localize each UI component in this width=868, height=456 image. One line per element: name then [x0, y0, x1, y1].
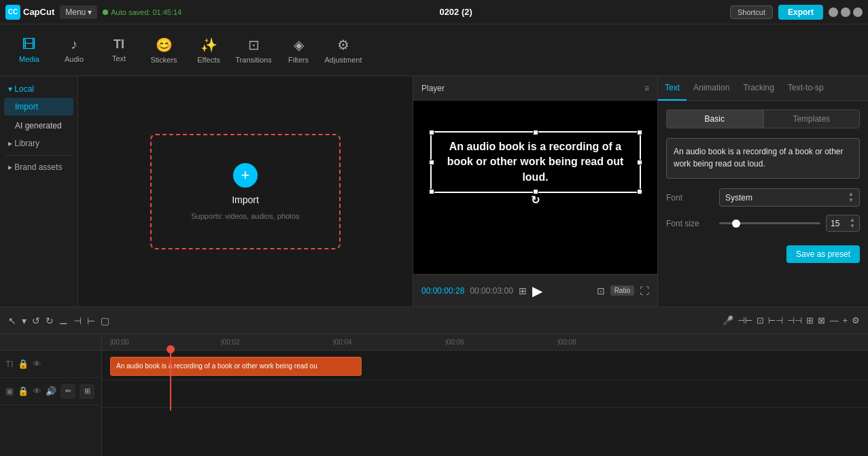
tool-text[interactable]: TI Text	[98, 29, 140, 72]
ratio-button[interactable]: Ratio	[610, 285, 634, 296]
tl-btn-6[interactable]: ⊠	[818, 315, 825, 326]
timeline-body: TI 🔒 👁 ▣ 🔒 👁 🔊 ✏ ⊞ |00:00 |00:02 |00:04 …	[0, 334, 868, 456]
select-tool[interactable]: ↖	[8, 315, 16, 326]
handle-tm[interactable]	[533, 130, 538, 135]
font-spinner-down[interactable]: ▼	[848, 198, 854, 203]
text-content-area[interactable]: An audio book is a recording of a book o…	[666, 138, 860, 179]
topbar: CC CapCut Menu ▾ Auto saved: 01:45:14 02…	[0, 0, 868, 24]
handle-ml[interactable]	[429, 160, 434, 165]
overlay-text: An audio book is a recording of a book o…	[447, 141, 624, 183]
handle-mr[interactable]	[637, 160, 642, 165]
text-lock-button[interactable]: 🔒	[18, 359, 29, 369]
settings-button[interactable]: ⚙	[852, 315, 860, 326]
tl-btn-1[interactable]: ⊣⊢	[737, 315, 752, 326]
video-lock-button[interactable]: 🔒	[18, 386, 29, 396]
play-button[interactable]: ▶	[532, 283, 542, 299]
split-right-tool[interactable]: ⊢	[87, 315, 95, 326]
maximize-button[interactable]	[841, 7, 850, 17]
tool-transitions[interactable]: ⊡ Transitions	[232, 29, 275, 72]
size-spinner-up[interactable]: ▲	[850, 217, 855, 223]
properties-tabs: Text Animation Tracking Text-to-sp	[658, 76, 868, 101]
text-track-controls: TI 🔒 👁	[0, 351, 101, 378]
font-value[interactable]: System ▲ ▼	[719, 188, 860, 207]
zoom-out-button[interactable]: —	[829, 315, 838, 326]
tool-text-label: Text	[112, 54, 126, 63]
player-header: Player ≡	[413, 76, 657, 101]
tab-animation[interactable]: Animation	[687, 76, 736, 101]
zoom-in-button[interactable]: +	[842, 315, 848, 326]
close-button[interactable]	[853, 7, 863, 17]
video-audio-button[interactable]: 🔊	[46, 386, 56, 396]
tab-tracking[interactable]: Tracking	[736, 76, 781, 101]
tool-media[interactable]: 🎞 Media	[8, 29, 50, 72]
minimize-button[interactable]	[829, 7, 838, 17]
size-spinner-down[interactable]: ▼	[850, 224, 855, 229]
tool-effects[interactable]: ✨ Effects	[188, 29, 230, 72]
tool-filters-label: Filters	[288, 56, 309, 64]
handle-bl[interactable]	[429, 189, 434, 194]
font-spinner-up[interactable]: ▲	[848, 192, 854, 197]
filters-icon: ◈	[294, 37, 304, 53]
tool-stickers[interactable]: 😊 Stickers	[143, 29, 185, 72]
sidebar-section-brand-assets[interactable]: ▸ Brand assets	[0, 160, 77, 175]
sidebar-item-import[interactable]: Import	[4, 98, 73, 116]
video-eye-button[interactable]: 👁	[33, 386, 41, 396]
delete-tool[interactable]: ▢	[101, 315, 109, 326]
redo-button[interactable]: ↻	[46, 315, 54, 326]
tab-templates[interactable]: Templates	[763, 109, 861, 128]
tool-audio[interactable]: ♪ Audio	[53, 29, 95, 72]
tab-text[interactable]: Text	[658, 76, 687, 101]
split-tool[interactable]: ⚊	[59, 315, 68, 326]
stickers-icon: 😊	[156, 37, 173, 53]
video-add-button[interactable]: ⊞	[80, 384, 94, 399]
project-id: 0202 (2)	[187, 7, 725, 17]
tl-btn-4[interactable]: ⊣⊣	[787, 315, 802, 326]
text-clip[interactable]: An audio book is a recording of a book o…	[110, 357, 362, 376]
import-plus-icon: +	[233, 163, 258, 188]
tl-btn-2[interactable]: ⊡	[757, 315, 764, 326]
rotate-handle[interactable]: ↻	[531, 193, 540, 208]
import-label: Import	[232, 194, 259, 205]
tl-btn-5[interactable]: ⊞	[806, 315, 814, 326]
font-size-input[interactable]: 15 ▲ ▼	[826, 215, 860, 232]
tab-tts[interactable]: Text-to-sp	[781, 76, 831, 101]
menu-button[interactable]: Menu ▾	[60, 5, 97, 19]
handle-tr[interactable]	[637, 130, 642, 135]
sidebar-section-local[interactable]: ▾ Local	[0, 82, 77, 97]
grid-view-button[interactable]: ⊞	[519, 285, 527, 296]
handle-br[interactable]	[637, 189, 642, 194]
sidebar: ▾ Local Import AI generated ▸ Library ▸ …	[0, 76, 78, 306]
export-button[interactable]: Export	[778, 5, 823, 20]
select-chevron[interactable]: ▾	[22, 315, 27, 326]
sidebar-item-ai-generated[interactable]: AI generated	[4, 117, 73, 135]
tab-basic[interactable]: Basic	[666, 109, 763, 128]
sidebar-section-library[interactable]: ▸ Library	[0, 136, 77, 151]
font-label: Font	[666, 193, 714, 203]
split-left-tool[interactable]: ⊣	[73, 315, 82, 326]
text-overlay[interactable]: An audio book is a recording of a book o…	[430, 131, 641, 193]
tl-btn-3[interactable]: ⊢⊣	[768, 315, 783, 326]
toolbar: 🎞 Media ♪ Audio TI Text 😊 Stickers ✨ Eff…	[0, 24, 868, 76]
import-box[interactable]: + Import Supports: videos, audios, photo…	[150, 134, 341, 249]
save-preset-button[interactable]: Save as preset	[786, 245, 860, 263]
crop-button[interactable]: ⊡	[597, 285, 605, 296]
playhead[interactable]	[170, 351, 171, 410]
fullscreen-button[interactable]: ⛶	[640, 285, 649, 296]
shortcut-button[interactable]: Shortcut	[730, 5, 773, 19]
tool-filters[interactable]: ◈ Filters	[277, 29, 319, 72]
handle-tl[interactable]	[429, 130, 434, 135]
timeline-left-panel: TI 🔒 👁 ▣ 🔒 👁 🔊 ✏ ⊞	[0, 334, 102, 456]
audio-icon: ♪	[71, 37, 77, 52]
player-menu-icon[interactable]: ≡	[644, 84, 649, 93]
tool-adjustment[interactable]: ⚙ Adjustment	[322, 29, 364, 72]
text-track-icon: TI	[5, 359, 14, 369]
font-spinners: ▲ ▼	[848, 192, 854, 203]
track-area: An audio book is a recording of a book o…	[102, 351, 868, 410]
effects-icon: ✨	[201, 37, 218, 53]
font-size-row: Font size 15 ▲ ▼	[666, 215, 860, 232]
undo-button[interactable]: ↺	[32, 315, 40, 326]
video-edit-button[interactable]: ✏	[60, 384, 75, 399]
text-eye-button[interactable]: 👁	[33, 359, 41, 369]
font-size-slider[interactable]	[719, 222, 820, 224]
mic-button[interactable]: 🎤	[723, 315, 733, 326]
